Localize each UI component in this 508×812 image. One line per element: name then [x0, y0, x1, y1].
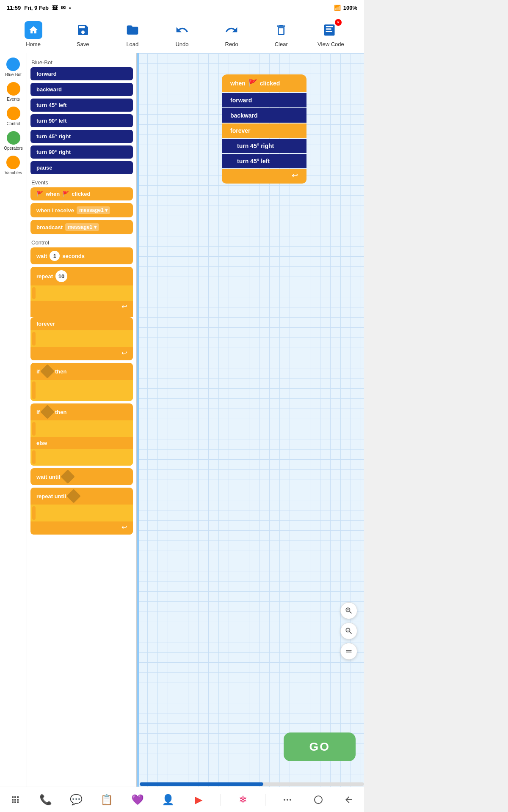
- svg-point-7: [287, 799, 288, 801]
- wait-until-diamond: [61, 469, 75, 484]
- nav-divider2: [265, 794, 265, 806]
- canvas-block-forward[interactable]: forward: [222, 93, 306, 107]
- wait-value[interactable]: 1: [50, 251, 60, 261]
- sidebar-item-operators[interactable]: Operators: [4, 131, 22, 151]
- canvas-block-turn45right[interactable]: turn 45° right: [222, 139, 306, 153]
- nav-contacts-icon[interactable]: 👤: [160, 791, 177, 808]
- svg-rect-4: [346, 650, 351, 651]
- home-label: Home: [26, 41, 41, 47]
- block-turn90right[interactable]: turn 90° right: [30, 145, 133, 159]
- block-backward[interactable]: backward: [30, 83, 133, 96]
- block-broadcast[interactable]: broadcast message1 ▾: [30, 220, 133, 234]
- zoom-in-button[interactable]: [340, 602, 357, 619]
- repeat-arrow: ↩: [121, 303, 127, 310]
- clear-button[interactable]: Clear: [266, 21, 296, 47]
- wifi-icon: 📶: [334, 5, 341, 11]
- canvas-scrollbar-track[interactable]: [140, 782, 364, 786]
- canvas-block-turn45left[interactable]: turn 45° left: [222, 154, 306, 168]
- block-when-receive[interactable]: when I receive message1 ▾: [30, 203, 133, 217]
- block-repeat-until[interactable]: repeat until ↩: [30, 488, 133, 535]
- block-turn45right[interactable]: turn 45° right: [30, 130, 133, 143]
- nav-snowflake-icon[interactable]: ❄: [235, 791, 251, 808]
- block-pause[interactable]: pause: [30, 161, 133, 174]
- block-when-clicked[interactable]: 🚩 when 🚩 clicked: [30, 187, 133, 200]
- redo-label: Redo: [225, 41, 238, 47]
- bluebot-section-title: Blue-Bot: [30, 57, 133, 67]
- dot-icon: •: [69, 5, 71, 11]
- operators-dot: [7, 131, 20, 145]
- canvas-block-forever[interactable]: forever: [222, 123, 306, 138]
- repeat-until-arrow: ↩: [121, 524, 127, 531]
- zoom-out-button[interactable]: [340, 623, 357, 639]
- sidebar-item-control[interactable]: Control: [6, 107, 20, 126]
- repeat-until-diamond: [66, 489, 81, 503]
- svg-rect-2: [326, 28, 331, 30]
- message1-dropdown-receive[interactable]: message1 ▾: [77, 206, 110, 214]
- svg-rect-3: [326, 31, 332, 32]
- svg-point-8: [290, 799, 291, 801]
- events-dot: [7, 82, 20, 96]
- canvas-code-group[interactable]: when 🚩 clicked forward backward forever …: [222, 74, 306, 184]
- save-label: Save: [77, 41, 89, 47]
- zoom-fit-button[interactable]: [340, 643, 357, 660]
- block-turn45left[interactable]: turn 45° left: [30, 99, 133, 112]
- home-button[interactable]: Home: [19, 21, 48, 47]
- events-label: Events: [7, 97, 20, 102]
- save-button[interactable]: Save: [68, 21, 98, 47]
- scroll-indicator: [137, 53, 139, 787]
- block-wait[interactable]: wait 1 seconds: [30, 247, 133, 264]
- undo-button[interactable]: Undo: [167, 21, 197, 47]
- status-time: 11:59: [7, 5, 21, 11]
- block-if-then-else[interactable]: if then else: [30, 403, 133, 466]
- undo-label: Undo: [175, 41, 188, 47]
- canvas-scrollbar-thumb: [140, 782, 263, 786]
- nav-apps-icon[interactable]: [7, 791, 24, 808]
- status-bar: 11:59 Fri, 9 Feb 🖼 ✉ • 📶 100%: [0, 0, 364, 15]
- nav-chat-icon[interactable]: 💜: [129, 791, 146, 808]
- viewcode-badge: ✕: [335, 19, 342, 26]
- canvas-forever-arrow: ↩: [292, 171, 298, 180]
- zoom-controls: [340, 602, 357, 660]
- redo-button[interactable]: Redo: [217, 21, 246, 47]
- svg-rect-5: [346, 652, 351, 653]
- load-label: Load: [126, 41, 138, 47]
- repeat-value[interactable]: 10: [55, 270, 67, 282]
- load-button[interactable]: Load: [118, 21, 147, 47]
- nav-phone-icon[interactable]: 📞: [37, 791, 54, 808]
- if-diamond: [40, 364, 55, 379]
- svg-rect-1: [326, 26, 333, 27]
- variables-label: Variables: [5, 170, 22, 175]
- message1-dropdown-broadcast[interactable]: message1 ▾: [65, 223, 99, 231]
- variables-dot: [6, 156, 20, 169]
- bottom-nav: 📞 💬 📋 💜 👤 ▶ ❄: [0, 787, 364, 812]
- block-forever[interactable]: forever ↩: [30, 317, 133, 360]
- block-turn90left[interactable]: turn 90° left: [30, 114, 133, 127]
- sidebar-item-events[interactable]: Events: [7, 82, 20, 102]
- nav-back-icon[interactable]: [340, 791, 357, 808]
- canvas-flag: 🚩: [248, 79, 257, 88]
- main-area: Blue-Bot Events Control Operators Variab…: [0, 53, 364, 787]
- sidebar-item-bluebot[interactable]: Blue-Bot: [5, 58, 21, 77]
- block-wait-until[interactable]: wait until: [30, 468, 133, 485]
- blocks-panel: Blue-Bot forward backward turn 45° left …: [27, 53, 137, 787]
- sidebar-item-variables[interactable]: Variables: [5, 156, 22, 175]
- bluebot-label: Blue-Bot: [5, 72, 21, 77]
- nav-menu-icon[interactable]: [279, 791, 296, 808]
- nav-tasks-icon[interactable]: 📋: [98, 791, 115, 808]
- status-date: Fri, 9 Feb: [24, 5, 49, 11]
- canvas-area[interactable]: when 🚩 clicked forward backward forever …: [137, 53, 364, 787]
- canvas-block-backward[interactable]: backward: [222, 108, 306, 123]
- toolbar: Home Save Load Undo Redo: [0, 15, 364, 53]
- block-repeat[interactable]: repeat 10 ↩: [30, 267, 133, 317]
- nav-divider: [221, 794, 221, 806]
- battery-level: 100%: [343, 5, 357, 11]
- nav-circle-icon[interactable]: [310, 791, 327, 808]
- block-forward[interactable]: forward: [30, 67, 133, 80]
- block-if-then[interactable]: if then: [30, 363, 133, 401]
- canvas-clicked-label: clicked: [260, 80, 280, 87]
- viewcode-button[interactable]: ✕ View Code: [316, 21, 345, 47]
- nav-messages-icon[interactable]: 💬: [68, 791, 85, 808]
- flag-icon: 🚩: [36, 191, 43, 197]
- nav-video-icon[interactable]: ▶: [190, 791, 207, 808]
- go-button[interactable]: GO: [284, 732, 356, 761]
